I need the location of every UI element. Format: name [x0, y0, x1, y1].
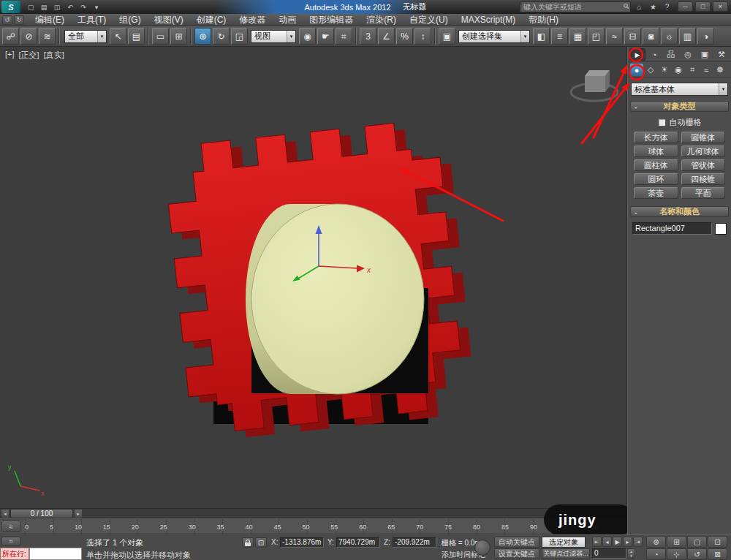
tab-hierarchy[interactable]: 品	[663, 48, 679, 61]
rectangular-selection-region-icon[interactable]: ▭	[152, 28, 169, 45]
orbit-button[interactable]: ↺	[687, 548, 707, 560]
z-coordinate-field[interactable]: -209.922m	[393, 537, 436, 548]
frame-spinner[interactable]: ▴ ▾	[627, 548, 635, 559]
menu-item[interactable]: 修改器	[232, 14, 272, 26]
angle-snap-icon[interactable]: ∠	[378, 28, 395, 45]
help-icon[interactable]: ?	[662, 2, 673, 12]
box-button[interactable]: 长方体	[634, 132, 678, 143]
zoom-extents-button[interactable]: ▢	[687, 536, 707, 548]
scene-undo-icon[interactable]: ↺	[2, 15, 12, 25]
redo-icon[interactable]: ↷	[77, 2, 89, 12]
spinner-snap-icon[interactable]: ↕	[414, 28, 431, 45]
key-filters-button[interactable]: 关键点过滤器...	[542, 548, 590, 559]
cylinder-button[interactable]: 圆柱体	[634, 159, 678, 171]
menu-item[interactable]: 自定义(U)	[403, 14, 455, 26]
select-and-rotate-icon[interactable]: ↻	[213, 28, 230, 45]
select-object-icon[interactable]: ↖	[110, 28, 126, 45]
minimize-button[interactable]: ─	[678, 1, 693, 12]
curve-editor-icon[interactable]: ≈	[606, 28, 623, 45]
menu-item[interactable]: 编辑(E)	[29, 14, 71, 26]
save-file-icon[interactable]: ◫	[51, 2, 63, 12]
keyboard-shortcut-override-icon[interactable]: ⌗	[336, 28, 352, 45]
plane-button[interactable]: 平面	[681, 187, 726, 199]
category-geometry-icon[interactable]: ●	[630, 64, 643, 76]
qat-dropdown-icon[interactable]: ▾	[91, 2, 102, 12]
zoom-button[interactable]: ⊕	[646, 536, 666, 548]
absolute-offset-toggle[interactable]: ⊡	[255, 537, 267, 548]
category-helpers-icon[interactable]: ⌗	[686, 64, 699, 76]
spinner-down-icon[interactable]: ▾	[630, 553, 632, 558]
field-of-view-button[interactable]: ◔	[646, 548, 666, 560]
tab-create[interactable]: ►	[629, 48, 645, 61]
3dsmax-logo-icon[interactable]: S	[1, 1, 20, 13]
menu-item[interactable]: 帮助(H)	[522, 14, 565, 26]
align-icon[interactable]: ≡	[551, 28, 568, 45]
open-file-icon[interactable]: ▤	[38, 2, 50, 12]
undo-icon[interactable]: ↶	[64, 2, 76, 12]
new-scene-icon[interactable]: ▢	[25, 2, 37, 12]
track-bar[interactable]: ≈ 05101520253035404550556065707580859095…	[0, 519, 627, 534]
pyramid-button[interactable]: 四棱锥	[681, 173, 726, 185]
previous-frame-button[interactable]: ◂	[602, 537, 612, 547]
snap-toggle-3d-icon[interactable]: 3	[360, 28, 376, 45]
close-button[interactable]: ×	[713, 1, 728, 12]
time-step-forward-button[interactable]: ▸	[74, 509, 83, 518]
menu-item[interactable]: MAXScript(M)	[455, 14, 523, 26]
bind-to-space-warp-icon[interactable]: ≋	[39, 28, 56, 45]
communication-center-icon[interactable]: ⌂	[634, 2, 645, 12]
geosphere-button[interactable]: 几何球体	[681, 145, 726, 157]
select-and-link-icon[interactable]: ☍	[2, 28, 19, 45]
category-systems-icon[interactable]: ☸	[713, 64, 727, 76]
favorites-icon[interactable]: ★	[648, 2, 659, 12]
category-cameras-icon[interactable]: ◉	[672, 64, 685, 76]
set-keys-button[interactable]	[474, 540, 491, 556]
current-frame-field[interactable]: 0	[592, 548, 626, 559]
zoom-extents-all-button[interactable]: ⊞	[667, 536, 686, 548]
next-frame-button[interactable]: ▸	[623, 537, 632, 547]
selection-filter-dropdown[interactable]: 全部 ▼	[64, 30, 107, 43]
select-by-name-icon[interactable]: ▤	[128, 28, 145, 45]
time-step-back-button[interactable]: ◂	[1, 509, 10, 518]
viewport-shading-menu[interactable]: [真实]	[44, 50, 64, 61]
object-type-rollout-header[interactable]: - 对象类型	[630, 101, 729, 112]
pan-button[interactable]: ⊹	[667, 548, 686, 560]
layer-manager-icon[interactable]: ▦	[569, 28, 586, 45]
named-selection-dropdown[interactable]: 创建选择集 ▼	[458, 30, 530, 43]
torus-button[interactable]: 圆环	[634, 173, 678, 185]
menu-item[interactable]: 渲染(R)	[360, 14, 403, 26]
tab-display[interactable]: ▣	[697, 48, 713, 61]
zoom-region-button[interactable]: ⊡	[708, 536, 727, 548]
maxscript-mini-listener-label[interactable]: 所在行:	[0, 548, 29, 560]
perspective-viewport[interactable]: x x y [+] [正交] [真实]	[0, 47, 627, 508]
viewport-general-menu[interactable]: [+]	[5, 50, 15, 61]
go-to-start-button[interactable]: ⇤	[592, 537, 602, 547]
x-coordinate-field[interactable]: -1313.876m	[280, 537, 324, 548]
category-space-warps-icon[interactable]: ≈	[700, 64, 713, 76]
select-and-move-icon[interactable]: ⊕	[194, 28, 211, 45]
mini-listener-toggle-button[interactable]: ⌗	[1, 537, 20, 546]
name-color-rollout-header[interactable]: - 名称和颜色	[630, 206, 729, 217]
category-lights-icon[interactable]: ☀	[658, 64, 671, 76]
reference-coordinate-dropdown[interactable]: 视图 ▼	[251, 30, 296, 43]
mirror-icon[interactable]: ◧	[533, 28, 550, 45]
go-to-end-button[interactable]: ⇥	[633, 537, 643, 547]
selection-lock-toggle[interactable]	[242, 537, 254, 548]
category-shapes-icon[interactable]: ◇	[644, 64, 657, 76]
material-editor-icon[interactable]: ◙	[643, 28, 659, 45]
maximize-viewport-button[interactable]: ⊠	[708, 548, 727, 560]
y-coordinate-field[interactable]: 7940.729m	[336, 537, 380, 548]
scene-redo-icon[interactable]: ↻	[14, 15, 24, 25]
menu-item[interactable]: 工具(T)	[71, 14, 113, 26]
sphere-button[interactable]: 球体	[634, 145, 678, 157]
auto-key-button[interactable]: 自动关键点	[494, 537, 539, 548]
set-key-button[interactable]: 设置关键点	[494, 548, 539, 559]
menu-item[interactable]: 创建(C)	[190, 14, 233, 26]
selected-filter-dropdown[interactable]: 选定对象	[542, 537, 586, 548]
percent-snap-icon[interactable]: %	[396, 28, 413, 45]
menu-item[interactable]: 视图(V)	[148, 14, 190, 26]
maximize-button[interactable]: □	[695, 1, 711, 12]
schematic-view-icon[interactable]: ⊟	[624, 28, 641, 45]
graphite-ribbon-toggle-icon[interactable]: ◰	[588, 28, 605, 45]
track-bar-ruler[interactable]: 0510152025303540455055606570758085909510…	[25, 519, 598, 534]
window-crossing-toggle-icon[interactable]: ⊞	[170, 28, 187, 45]
